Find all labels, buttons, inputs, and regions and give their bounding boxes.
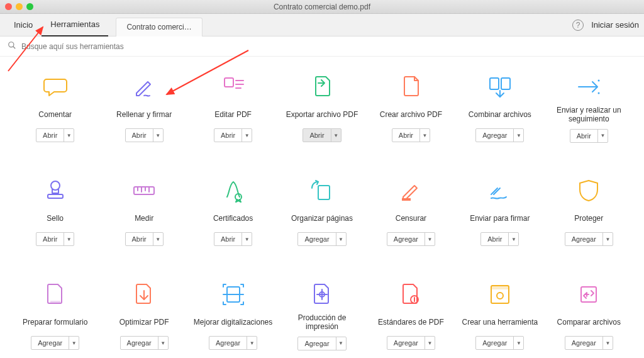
tool-action-button[interactable]: Abrir▼ xyxy=(214,128,252,142)
tool-action-button[interactable]: Abrir▼ xyxy=(125,128,164,142)
svg-rect-6 xyxy=(490,78,499,89)
chevron-down-icon[interactable]: ▼ xyxy=(425,337,435,349)
tool-label: Enviar y realizar un seguimiento xyxy=(547,106,631,124)
chevron-down-icon[interactable]: ▼ xyxy=(64,233,74,245)
search-input[interactable] xyxy=(21,42,210,51)
tool-createtool[interactable]: Crear una herramientaAgregar▼ xyxy=(457,277,542,358)
tool-action-button[interactable]: Agregar▼ xyxy=(297,232,346,246)
svg-rect-13 xyxy=(48,194,63,198)
chevron-down-icon[interactable]: ▼ xyxy=(247,337,257,349)
tool-action-button[interactable]: Abrir▼ xyxy=(570,129,608,143)
tool-action-button[interactable]: Abrir▼ xyxy=(125,232,164,246)
tool-action-button[interactable]: Agregar▼ xyxy=(209,336,257,350)
chevron-down-icon[interactable]: ▼ xyxy=(242,129,252,142)
tool-action-button[interactable]: Agregar▼ xyxy=(120,336,169,350)
tool-label: Estándares de PDF xyxy=(375,313,447,331)
tool-fillsign[interactable]: Rellenar y firmarAbrir▼ xyxy=(101,69,186,167)
chevron-down-icon[interactable]: ▼ xyxy=(158,337,168,349)
tool-measure[interactable]: MedirAbrir▼ xyxy=(101,173,186,271)
tool-label: Sello xyxy=(44,210,66,227)
chevron-down-icon[interactable]: ▼ xyxy=(153,129,163,142)
tool-form[interactable]: Preparar formularioAgregar▼ xyxy=(13,277,97,358)
tool-action-label: Abrir xyxy=(303,129,330,142)
tool-action-label: Agregar xyxy=(298,337,335,350)
svg-point-11 xyxy=(598,92,600,94)
help-icon[interactable]: ? xyxy=(572,20,584,31)
form-icon xyxy=(43,282,68,307)
tool-label: Censurar xyxy=(393,210,429,227)
tool-optimize[interactable]: Optimizar PDFAgregar▼ xyxy=(101,277,186,358)
tool-action-button[interactable]: Agregar▼ xyxy=(565,232,613,246)
tool-action-button[interactable]: Abrir▼ xyxy=(214,232,252,246)
chevron-down-icon[interactable]: ▼ xyxy=(153,233,163,245)
tool-combine[interactable]: Combinar archivosAgregar▼ xyxy=(457,69,542,167)
tool-action-button[interactable]: Agregar▼ xyxy=(475,336,524,350)
chevron-down-icon[interactable]: ▼ xyxy=(513,129,523,142)
tool-action-button[interactable]: Abrir▼ xyxy=(303,128,341,142)
tool-label: Comentar xyxy=(36,106,74,123)
tool-label: Exportar archivo PDF xyxy=(284,106,361,123)
search-bar xyxy=(0,36,644,57)
svg-rect-35 xyxy=(491,286,509,289)
svg-point-36 xyxy=(497,293,503,299)
tool-create[interactable]: Crear archivo PDFAbrir▼ xyxy=(369,69,453,167)
svg-line-1 xyxy=(13,47,16,49)
tool-label: Editar PDF xyxy=(212,106,254,123)
chevron-down-icon[interactable]: ▼ xyxy=(69,337,79,349)
tool-organize[interactable]: Organizar páginasAgregar▼ xyxy=(279,173,364,271)
chevron-down-icon[interactable]: ▼ xyxy=(419,129,430,142)
chevron-down-icon[interactable]: ▼ xyxy=(336,337,346,350)
tool-print[interactable]: Producción de impresiónAgregar▼ xyxy=(279,277,364,358)
compare-icon xyxy=(576,282,601,307)
tool-action-button[interactable]: Agregar▼ xyxy=(475,128,524,142)
tab-document[interactable]: Contrato comerci… xyxy=(116,18,202,36)
tool-action-button[interactable]: Abrir▼ xyxy=(36,128,74,142)
chevron-down-icon[interactable]: ▼ xyxy=(602,233,613,245)
svg-rect-24 xyxy=(50,301,60,303)
tool-label: Rellenar y firmar xyxy=(114,106,174,123)
tool-send[interactable]: Enviar y realizar un seguimientoAbrir▼ xyxy=(547,69,631,167)
tool-compare[interactable]: Comparar archivosAgregar▼ xyxy=(547,277,631,358)
svg-rect-21 xyxy=(402,198,411,201)
tool-label: Mejorar digitalizaciones xyxy=(191,313,275,331)
tool-edit[interactable]: Editar PDFAbrir▼ xyxy=(191,69,275,167)
tool-cert[interactable]: CertificadosAbrir▼ xyxy=(191,173,275,271)
tool-action-label: Agregar xyxy=(565,337,602,349)
tool-label: Medir xyxy=(132,210,156,227)
organize-icon xyxy=(309,178,335,203)
chevron-down-icon[interactable]: ▼ xyxy=(513,337,523,349)
chevron-down-icon[interactable]: ▼ xyxy=(242,233,252,245)
tool-redact[interactable]: CensurarAgregar▼ xyxy=(369,173,453,271)
tool-action-label: Abrir xyxy=(36,233,64,245)
tool-action-button[interactable]: Agregar▼ xyxy=(297,337,346,350)
chevron-down-icon[interactable]: ▼ xyxy=(602,337,613,349)
tool-action-button[interactable]: Agregar▼ xyxy=(565,336,613,350)
chevron-down-icon[interactable]: ▼ xyxy=(64,129,74,142)
tool-action-button[interactable]: Abrir▼ xyxy=(392,128,430,142)
tool-action-button[interactable]: Agregar▼ xyxy=(387,336,435,350)
tool-comment[interactable]: ComentarAbrir▼ xyxy=(13,69,97,167)
chevron-down-icon[interactable]: ▼ xyxy=(331,129,341,142)
chevron-down-icon[interactable]: ▼ xyxy=(508,233,518,245)
chevron-down-icon[interactable]: ▼ xyxy=(597,130,608,142)
create-icon xyxy=(398,74,423,99)
tools-grid: ComentarAbrir▼Rellenar y firmarAbrir▼Edi… xyxy=(0,57,644,358)
tool-action-button[interactable]: Agregar▼ xyxy=(31,336,79,350)
tool-action-button[interactable]: Abrir▼ xyxy=(36,232,74,246)
window-title: Contrato comercial demo.pdf xyxy=(0,3,644,11)
tool-standards[interactable]: Estándares de PDFAgregar▼ xyxy=(369,277,453,358)
tool-action-button[interactable]: Abrir▼ xyxy=(480,232,519,246)
signin-link[interactable]: Iniciar sesión xyxy=(591,20,639,30)
tool-scan[interactable]: Mejorar digitalizacionesAgregar▼ xyxy=(191,277,275,358)
chevron-down-icon[interactable]: ▼ xyxy=(425,233,435,245)
fillsign-icon xyxy=(131,74,157,99)
tab-tools[interactable]: Herramientas xyxy=(42,14,108,36)
optimize-icon xyxy=(131,282,157,307)
tool-sendsign[interactable]: Enviar para firmarAbrir▼ xyxy=(457,173,542,271)
tool-action-button[interactable]: Agregar▼ xyxy=(387,232,435,246)
chevron-down-icon[interactable]: ▼ xyxy=(336,233,346,245)
tab-home[interactable]: Inicio xyxy=(5,14,42,36)
tool-stamp[interactable]: SelloAbrir▼ xyxy=(13,173,97,271)
tool-export[interactable]: Exportar archivo PDFAbrir▼ xyxy=(279,69,364,167)
tool-protect[interactable]: ProtegerAgregar▼ xyxy=(547,173,631,271)
